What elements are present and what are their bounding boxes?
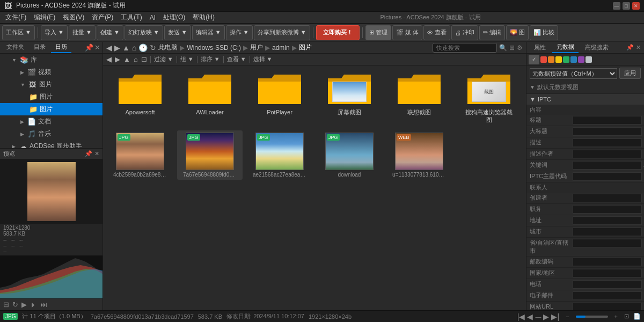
folder-awloader[interactable]: AWLoader bbox=[177, 70, 243, 126]
compare-button[interactable]: 📊 比较 bbox=[530, 25, 558, 40]
color-orange[interactable] bbox=[548, 56, 554, 63]
nav-back[interactable]: ◀ bbox=[106, 43, 112, 52]
zoom-minus[interactable]: − bbox=[566, 313, 569, 320]
nav-end[interactable]: ⊡ bbox=[141, 55, 147, 63]
folder-lenovo[interactable]: 联想截图 bbox=[386, 70, 452, 126]
buy-button[interactable]: 立即购买！ bbox=[316, 25, 360, 40]
preview-next[interactable]: ▶ bbox=[21, 301, 27, 309]
sidebar-item-library[interactable]: ▼ 📚 库 bbox=[0, 54, 103, 66]
color-purple[interactable] bbox=[578, 56, 584, 63]
search-button[interactable]: 🔍 bbox=[499, 44, 507, 52]
workspace-button[interactable]: 工作区 ▼ bbox=[2, 25, 35, 40]
preview-end[interactable]: ⏭ bbox=[40, 301, 47, 309]
breadcrumb-users[interactable]: 用户 bbox=[250, 43, 263, 52]
image-item-3[interactable]: JPG ae21568ac27ea8ea1eb4c... bbox=[247, 130, 312, 180]
menu-help[interactable]: 帮助(H) bbox=[189, 12, 218, 23]
zoom-plus[interactable]: + bbox=[614, 313, 618, 320]
folder-potplayer[interactable]: PotPlayer bbox=[247, 70, 312, 126]
slideshow-button[interactable]: 幻灯放映 ▼ bbox=[125, 25, 163, 40]
menu-asset[interactable]: 资产(P) bbox=[89, 12, 116, 23]
folder-screenshot[interactable]: 屏幕截图 bbox=[317, 70, 382, 126]
nav-recent[interactable]: 🕐 bbox=[138, 43, 148, 52]
batch-button[interactable]: 批量 ▼ bbox=[69, 25, 96, 40]
zoom-slider[interactable] bbox=[576, 316, 608, 318]
image-item-1[interactable]: JPG 4cb2599a0b2a89e82383... bbox=[107, 130, 173, 180]
sidebar-item-pictures-sub[interactable]: 📁 图片 bbox=[0, 91, 103, 103]
quick-search-input[interactable] bbox=[433, 43, 497, 53]
page-button[interactable]: 📄 bbox=[633, 313, 641, 320]
phone-input[interactable] bbox=[573, 280, 642, 289]
minimize-button[interactable]: — bbox=[613, 2, 620, 10]
select-dropdown[interactable]: 选择 ▼ bbox=[253, 55, 273, 63]
create-button[interactable]: 创建 ▼ bbox=[97, 25, 123, 40]
nav-up2[interactable]: ▲ bbox=[123, 55, 130, 63]
fit-button[interactable]: ⊡ bbox=[624, 313, 629, 320]
nav-forward2[interactable]: ▶ bbox=[115, 55, 120, 63]
breadcrumb-admin[interactable]: admin bbox=[272, 44, 290, 52]
rp-tab-metadata[interactable]: 元数据 bbox=[552, 42, 579, 53]
develop-button[interactable]: 🌄 图 bbox=[506, 25, 529, 40]
sidebar-item-pictures[interactable]: ▼ 🖼 图片 bbox=[0, 78, 103, 91]
color-yellow[interactable] bbox=[555, 56, 562, 63]
tab-calendar[interactable]: 日历 bbox=[51, 42, 71, 53]
nav-home2[interactable]: ⌂ bbox=[134, 55, 138, 63]
breadcrumb-pictures[interactable]: 图片 bbox=[299, 43, 312, 52]
sort-dropdown[interactable]: 排序 ▼ bbox=[201, 55, 220, 63]
folder-apowersoft[interactable]: Apowersoft bbox=[107, 70, 173, 126]
image-item-5[interactable]: WEB u=1133077813,6107771... bbox=[386, 130, 452, 180]
editor-button[interactable]: 编辑器 ▼ bbox=[192, 25, 225, 40]
presets-dropdown[interactable]: 元数据预设值（Ctrl+M） bbox=[530, 68, 617, 79]
url-input[interactable] bbox=[573, 303, 642, 310]
image-item-2[interactable]: JPG 7a67e56948809fd013a7... bbox=[177, 130, 243, 180]
share-button[interactable]: 分享到新浪微博 ▼ bbox=[254, 25, 310, 40]
subject-input[interactable] bbox=[573, 172, 642, 181]
sidebar-item-documents[interactable]: ▶ 📄 文档 bbox=[0, 115, 103, 128]
nav-next[interactable]: ▶ bbox=[543, 312, 549, 321]
rp-close[interactable]: ✕ bbox=[636, 44, 641, 51]
nav-up[interactable]: ▲ bbox=[122, 43, 130, 52]
breadcrumb-disk[interactable]: Windows-SSD (C:) bbox=[187, 44, 241, 52]
nav-refresh[interactable]: ↻ bbox=[150, 43, 156, 52]
color-gray[interactable] bbox=[586, 56, 592, 63]
nav-first[interactable]: |◀ bbox=[517, 312, 525, 321]
address-input[interactable] bbox=[573, 216, 642, 225]
action-button[interactable]: 操作 ▼ bbox=[226, 25, 253, 40]
iptc-header[interactable]: ▼ IPTC bbox=[526, 94, 644, 105]
sidebar-item-music[interactable]: ▶ 🎵 音乐 bbox=[0, 128, 103, 140]
print-button[interactable]: 🖨 冲印 bbox=[451, 25, 478, 40]
menu-ai[interactable]: AI bbox=[147, 13, 159, 23]
view-button[interactable]: 👁 查看 bbox=[423, 25, 450, 40]
sidebar-pin[interactable]: 📌 bbox=[85, 43, 93, 52]
desc-author-input[interactable] bbox=[573, 150, 642, 158]
preview-play[interactable]: ⏵ bbox=[30, 301, 37, 309]
maximize-button[interactable]: □ bbox=[623, 2, 630, 10]
settings-toggle[interactable]: ⚙ bbox=[517, 44, 523, 52]
city-input[interactable] bbox=[573, 228, 642, 236]
group-dropdown[interactable]: 组 ▼ bbox=[180, 55, 194, 63]
nav-back2[interactable]: ◀ bbox=[106, 55, 112, 63]
filter-dropdown[interactable]: 过滤 ▼ bbox=[154, 55, 173, 63]
nav-last[interactable]: ▶| bbox=[551, 312, 559, 321]
tab-folder[interactable]: 文件夹 bbox=[2, 42, 28, 53]
preview-refresh[interactable]: ↻ bbox=[12, 301, 18, 309]
media-button[interactable]: 🎬 媒 体 bbox=[392, 25, 422, 40]
nav-forward[interactable]: ▶ bbox=[114, 43, 120, 52]
sidebar-item-pictures-active[interactable]: 📁 图片 bbox=[0, 103, 103, 115]
email-input[interactable] bbox=[573, 291, 642, 300]
manage-button[interactable]: ⊞ 管理 bbox=[365, 25, 391, 40]
color-green[interactable] bbox=[563, 56, 569, 63]
preview-prev[interactable]: ⊟ bbox=[3, 301, 9, 309]
edit-button[interactable]: ✏ 编辑 bbox=[479, 25, 505, 40]
desc-input[interactable] bbox=[573, 138, 642, 147]
color-blue[interactable] bbox=[570, 56, 577, 63]
rp-tab-search[interactable]: 高级搜索 bbox=[581, 42, 613, 53]
sidebar-close[interactable]: ✕ bbox=[94, 43, 100, 52]
import-button[interactable]: 导入 ▼ bbox=[41, 25, 68, 40]
jobtitle-input[interactable] bbox=[573, 205, 642, 214]
sidebar-item-videos[interactable]: ▶ 🎬 视频 bbox=[0, 66, 103, 78]
menu-file[interactable]: 文件(F) bbox=[2, 12, 30, 23]
creator-input[interactable] bbox=[573, 194, 642, 202]
tab-catalog[interactable]: 目录 bbox=[30, 42, 50, 53]
send-button[interactable]: 发送 ▼ bbox=[164, 25, 191, 40]
view-dropdown[interactable]: 查看 ▼ bbox=[227, 55, 246, 63]
